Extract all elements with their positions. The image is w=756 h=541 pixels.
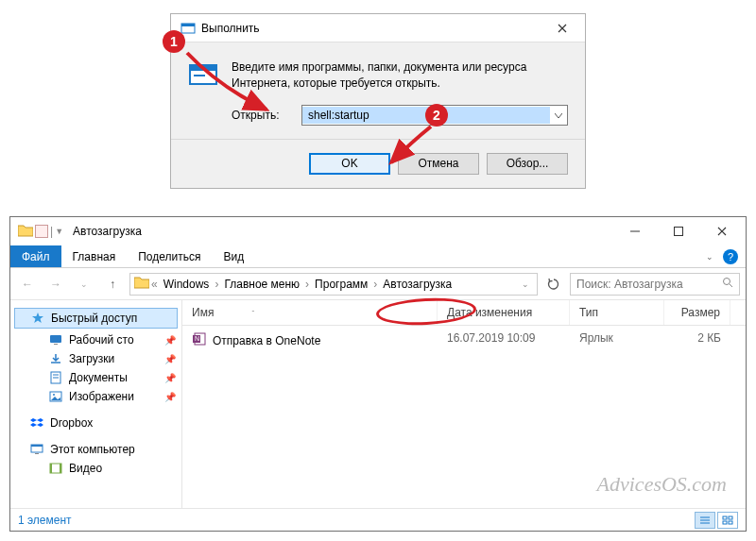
svg-rect-9: [50, 335, 61, 343]
svg-rect-10: [54, 344, 58, 345]
breadcrumb-item[interactable]: Программ: [311, 278, 371, 291]
sort-indicator-icon: ˆ: [251, 309, 254, 317]
watermark: AdvicesOS.com: [597, 472, 727, 497]
nav-label: Видео: [69, 462, 102, 475]
column-type[interactable]: Тип: [570, 300, 664, 325]
breadcrumb-item[interactable]: Windows: [160, 278, 214, 291]
run-icon: [180, 21, 196, 36]
sidebar-item-documents[interactable]: Документы📌: [10, 368, 181, 387]
annotation-arrow-2: [384, 123, 440, 170]
view-details-button[interactable]: [695, 512, 715, 529]
sidebar-item-pictures[interactable]: Изображени📌: [10, 387, 181, 406]
qat-dropdown-icon[interactable]: ▼: [55, 227, 63, 236]
tab-file[interactable]: Файл: [10, 245, 61, 267]
video-icon: [48, 462, 63, 475]
desktop-icon: [48, 333, 63, 347]
breadcrumb-item[interactable]: Главное меню: [220, 278, 303, 291]
svg-rect-6: [675, 228, 683, 236]
column-name[interactable]: Имяˆ: [182, 300, 438, 325]
item-count: 1 элемент: [18, 514, 72, 527]
up-button[interactable]: ↑: [101, 273, 124, 296]
svg-rect-32: [729, 521, 732, 524]
svg-point-7: [724, 279, 730, 285]
svg-point-16: [53, 394, 55, 396]
tab-view[interactable]: Вид: [212, 245, 255, 267]
pin-icon: 📌: [164, 354, 176, 364]
file-date: 16.07.2019 10:09: [438, 330, 570, 351]
sidebar-item-videos[interactable]: Видео: [10, 459, 181, 478]
nav-label: Документы: [69, 371, 128, 384]
help-icon[interactable]: ?: [723, 249, 738, 264]
quick-access-toolbar: | ▼: [12, 224, 63, 240]
nav-label: Быстрый доступ: [51, 312, 137, 325]
recent-dropdown[interactable]: ⌄: [73, 273, 95, 296]
dropbox-icon: [29, 416, 44, 430]
run-title: Выполнить: [201, 22, 543, 35]
file-type: Ярлык: [570, 330, 664, 351]
pc-icon: [29, 443, 44, 456]
svg-rect-30: [729, 516, 732, 519]
column-date[interactable]: Дата изменения: [438, 300, 570, 325]
close-button[interactable]: [543, 15, 581, 42]
address-bar-row: ← → ⌄ ↑ « Windows› Главное меню› Програм…: [10, 268, 746, 300]
annotation-step-1: 1: [163, 30, 185, 53]
forward-button[interactable]: →: [44, 273, 67, 296]
minimize-button[interactable]: [613, 217, 657, 245]
nav-label: Рабочий сто: [69, 333, 134, 347]
pictures-icon: [48, 390, 63, 403]
explorer-titlebar[interactable]: | ▼ Автозагрузка: [10, 217, 746, 245]
svg-rect-1: [181, 24, 195, 26]
ok-button[interactable]: OK: [309, 153, 390, 175]
sidebar-item-desktop[interactable]: Рабочий сто📌: [10, 330, 181, 349]
close-button[interactable]: [700, 217, 744, 245]
search-box[interactable]: [570, 273, 740, 296]
search-icon[interactable]: [722, 277, 733, 291]
svg-rect-29: [723, 516, 727, 519]
tab-home[interactable]: Главная: [61, 245, 128, 267]
pin-icon: 📌: [164, 392, 176, 402]
explorer-window: | ▼ Автозагрузка Файл Главная Поделиться…: [9, 216, 747, 532]
svg-rect-22: [60, 464, 61, 473]
tab-share[interactable]: Поделиться: [127, 245, 212, 267]
navigation-pane: Быстрый доступ Рабочий сто📌 Загрузки📌 До…: [10, 300, 182, 508]
svg-rect-18: [31, 445, 43, 447]
sidebar-item-quick-access[interactable]: Быстрый доступ: [14, 308, 178, 329]
file-name: Отправка в OneNote: [213, 334, 320, 347]
back-button[interactable]: ←: [16, 273, 39, 296]
titlebar[interactable]: Выполнить: [171, 14, 585, 42]
sidebar-item-this-pc[interactable]: Этот компьютер: [10, 440, 181, 459]
qat-item[interactable]: [35, 225, 48, 238]
file-size: 2 КБ: [664, 330, 730, 351]
refresh-button[interactable]: [543, 278, 564, 291]
view-icons-button[interactable]: [717, 512, 738, 529]
annotation-step-2: 2: [425, 104, 448, 127]
column-size[interactable]: Размер: [664, 300, 730, 325]
pin-icon: 📌: [164, 335, 176, 346]
folder-icon: [134, 276, 149, 292]
svg-text:N: N: [195, 335, 199, 342]
folder-icon: [18, 224, 33, 240]
svg-line-8: [730, 284, 732, 287]
nav-label: Изображени: [69, 390, 134, 403]
onenote-icon: N: [192, 331, 207, 349]
browse-button[interactable]: Обзор...: [487, 153, 568, 175]
ribbon-expand-icon[interactable]: ⌄: [706, 252, 713, 262]
nav-label: Загрузки: [69, 352, 114, 365]
nav-label: Dropbox: [50, 416, 93, 430]
maximize-button[interactable]: [657, 217, 700, 245]
nav-label: Этот компьютер: [50, 443, 135, 456]
column-headers: Имяˆ Дата изменения Тип Размер: [182, 300, 746, 326]
breadcrumb[interactable]: « Windows› Главное меню› Программ› Автоз…: [129, 273, 538, 296]
qat-divider: |: [50, 225, 53, 238]
bc-dropdown-icon[interactable]: ⌄: [518, 279, 533, 289]
svg-rect-19: [35, 453, 39, 454]
sidebar-item-downloads[interactable]: Загрузки📌: [10, 349, 181, 368]
breadcrumb-item[interactable]: Автозагрузка: [379, 278, 455, 291]
search-input[interactable]: [576, 278, 722, 291]
sidebar-item-dropbox[interactable]: Dropbox: [10, 414, 181, 432]
file-row[interactable]: N Отправка в OneNote 16.07.2019 10:09 Яр…: [182, 326, 746, 355]
chevron-down-icon[interactable]: [550, 109, 567, 122]
annotation-arrow-1: [181, 49, 276, 117]
svg-rect-21: [50, 464, 52, 473]
svg-rect-31: [723, 521, 727, 524]
